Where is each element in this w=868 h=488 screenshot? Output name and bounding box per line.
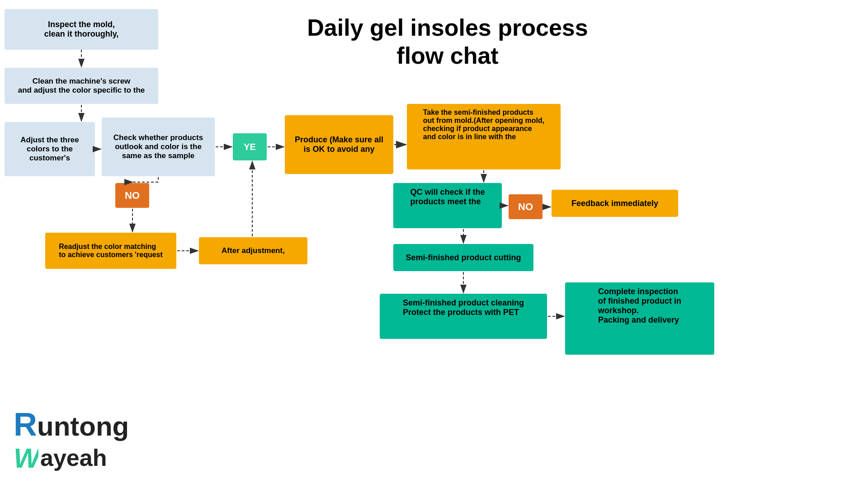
box-cutting: Semi-finished product cutting [393,244,533,271]
company-logo: R untong W ayeah [14,408,129,474]
box-qc-check: QC will check if the products meet the [393,183,502,228]
box-take-semifinished: Take the semi-finished products out from… [407,104,561,169]
box-clean-machine: Clean the machine's screw and adjust the… [5,68,158,104]
page-title: Daily gel insoles process flow chat [289,14,606,70]
box-readjust-color: Readjust the color matching to achieve c… [45,233,176,269]
box-inspect-mold: Inspect the mold, clean it thoroughly, [5,9,158,50]
logo-ayeah: ayeah [40,446,107,469]
box-no-1: NO [115,183,149,208]
box-check-products: Check whether products outlook and color… [102,117,215,176]
svg-text:W: W [14,442,38,470]
box-produce: Produce (Make sure all is OK to avoid an… [285,115,393,174]
logo-r: R [14,408,37,441]
box-complete-inspection: Complete inspection of finished product … [565,282,714,355]
box-yes: YE [233,133,267,160]
logo-w: W [14,441,38,474]
box-after-adjustment: After adjustment, [199,237,307,264]
box-cleaning: Semi-finished product cleaning Protect t… [380,294,547,339]
box-adjust-colors: Adjust the three colors to the customer'… [5,122,95,176]
box-feedback: Feedback immediately [552,190,678,217]
box-no-2: NO [509,194,542,219]
logo-untong: untong [37,413,129,440]
